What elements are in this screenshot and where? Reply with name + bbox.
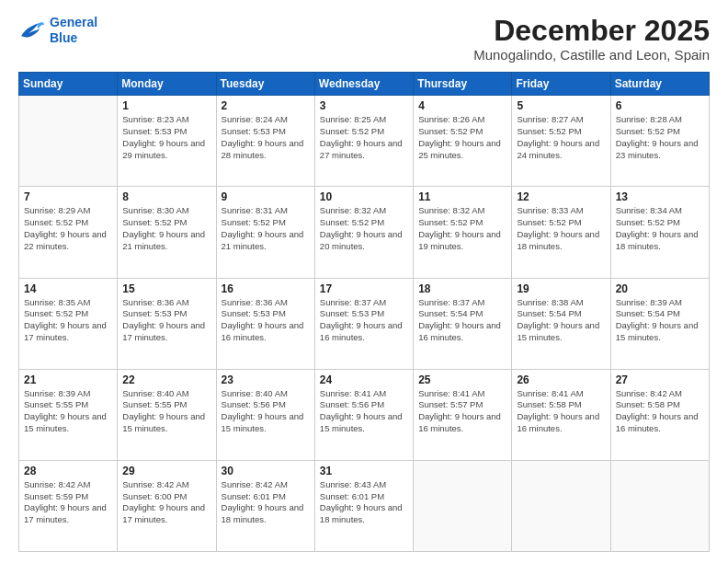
day-number: 2 xyxy=(222,99,310,112)
table-row: 24 Sunrise: 8:41 AMSunset: 5:56 PMDaylig… xyxy=(314,369,413,460)
logo-line2: Blue xyxy=(50,30,77,45)
table-row: 28 Sunrise: 8:42 AMSunset: 5:59 PMDaylig… xyxy=(19,460,118,551)
col-tuesday: Tuesday xyxy=(216,73,314,96)
table-row: 26 Sunrise: 8:41 AMSunset: 5:58 PMDaylig… xyxy=(512,369,610,460)
table-row: 1 Sunrise: 8:23 AMSunset: 5:53 PMDayligh… xyxy=(118,96,216,187)
day-info: Sunrise: 8:39 AMSunset: 5:55 PMDaylight:… xyxy=(24,388,112,435)
logo-text: General Blue xyxy=(50,15,97,46)
table-row: 7 Sunrise: 8:29 AMSunset: 5:52 PMDayligh… xyxy=(19,187,118,278)
table-row: 19 Sunrise: 8:38 AMSunset: 5:54 PMDaylig… xyxy=(512,278,610,369)
day-info: Sunrise: 8:32 AMSunset: 5:52 PMDaylight:… xyxy=(320,205,408,252)
day-info: Sunrise: 8:37 AMSunset: 5:53 PMDaylight:… xyxy=(320,297,408,344)
day-info: Sunrise: 8:37 AMSunset: 5:54 PMDaylight:… xyxy=(418,297,506,344)
day-number: 9 xyxy=(222,190,310,203)
calendar-table: Sunday Monday Tuesday Wednesday Thursday… xyxy=(18,72,710,552)
col-sunday: Sunday xyxy=(19,73,118,96)
day-info: Sunrise: 8:41 AMSunset: 5:56 PMDaylight:… xyxy=(320,388,408,435)
table-row: 4 Sunrise: 8:26 AMSunset: 5:52 PMDayligh… xyxy=(414,96,512,187)
day-info: Sunrise: 8:23 AMSunset: 5:53 PMDaylight:… xyxy=(122,114,210,161)
day-number: 13 xyxy=(616,190,704,203)
logo-line1: General xyxy=(50,15,97,29)
col-thursday: Thursday xyxy=(414,73,512,96)
calendar-row: 28 Sunrise: 8:42 AMSunset: 5:59 PMDaylig… xyxy=(19,460,710,551)
day-info: Sunrise: 8:39 AMSunset: 5:54 PMDaylight:… xyxy=(616,297,704,344)
day-number: 6 xyxy=(616,99,704,112)
title-block: December 2025 Munogalindo, Castille and … xyxy=(473,15,710,63)
table-row: 14 Sunrise: 8:35 AMSunset: 5:52 PMDaylig… xyxy=(19,278,118,369)
day-info: Sunrise: 8:42 AMSunset: 6:00 PMDaylight:… xyxy=(122,479,210,526)
day-number: 4 xyxy=(418,99,506,112)
day-info: Sunrise: 8:29 AMSunset: 5:52 PMDaylight:… xyxy=(24,205,112,252)
day-info: Sunrise: 8:41 AMSunset: 5:57 PMDaylight:… xyxy=(418,388,506,435)
day-info: Sunrise: 8:40 AMSunset: 5:55 PMDaylight:… xyxy=(122,388,210,435)
table-row: 31 Sunrise: 8:43 AMSunset: 6:01 PMDaylig… xyxy=(314,460,413,551)
table-row: 13 Sunrise: 8:34 AMSunset: 5:52 PMDaylig… xyxy=(610,187,709,278)
table-row: 8 Sunrise: 8:30 AMSunset: 5:52 PMDayligh… xyxy=(118,187,216,278)
table-row: 27 Sunrise: 8:42 AMSunset: 5:58 PMDaylig… xyxy=(610,369,709,460)
location-title: Munogalindo, Castille and Leon, Spain xyxy=(473,47,710,63)
day-number: 11 xyxy=(418,190,506,203)
day-info: Sunrise: 8:40 AMSunset: 5:56 PMDaylight:… xyxy=(222,388,310,435)
col-saturday: Saturday xyxy=(610,73,709,96)
day-number: 8 xyxy=(122,190,210,203)
day-number: 31 xyxy=(320,465,408,477)
day-info: Sunrise: 8:30 AMSunset: 5:52 PMDaylight:… xyxy=(122,205,210,252)
day-number: 15 xyxy=(122,282,210,295)
day-info: Sunrise: 8:33 AMSunset: 5:52 PMDaylight:… xyxy=(517,205,605,252)
day-number: 23 xyxy=(222,373,310,386)
table-row: 10 Sunrise: 8:32 AMSunset: 5:52 PMDaylig… xyxy=(314,187,413,278)
table-row: 3 Sunrise: 8:25 AMSunset: 5:52 PMDayligh… xyxy=(314,96,413,187)
table-row: 23 Sunrise: 8:40 AMSunset: 5:56 PMDaylig… xyxy=(216,369,314,460)
day-number: 29 xyxy=(122,465,210,477)
table-row: 5 Sunrise: 8:27 AMSunset: 5:52 PMDayligh… xyxy=(512,96,610,187)
day-number: 22 xyxy=(122,373,210,386)
table-row: 29 Sunrise: 8:42 AMSunset: 6:00 PMDaylig… xyxy=(118,460,216,551)
day-number: 26 xyxy=(517,373,605,386)
day-info: Sunrise: 8:38 AMSunset: 5:54 PMDaylight:… xyxy=(517,297,605,344)
day-info: Sunrise: 8:32 AMSunset: 5:52 PMDaylight:… xyxy=(418,205,506,252)
page: General Blue December 2025 Munogalindo, … xyxy=(0,0,728,563)
table-row: 21 Sunrise: 8:39 AMSunset: 5:55 PMDaylig… xyxy=(19,369,118,460)
day-info: Sunrise: 8:26 AMSunset: 5:52 PMDaylight:… xyxy=(418,114,506,161)
day-number: 16 xyxy=(222,282,310,295)
day-number: 17 xyxy=(320,282,408,295)
table-row: 30 Sunrise: 8:42 AMSunset: 6:01 PMDaylig… xyxy=(216,460,314,551)
day-number: 27 xyxy=(616,373,704,386)
day-info: Sunrise: 8:36 AMSunset: 5:53 PMDaylight:… xyxy=(222,297,310,344)
table-row: 11 Sunrise: 8:32 AMSunset: 5:52 PMDaylig… xyxy=(414,187,512,278)
day-number: 5 xyxy=(517,99,605,112)
day-number: 21 xyxy=(24,373,112,386)
day-info: Sunrise: 8:42 AMSunset: 6:01 PMDaylight:… xyxy=(222,479,310,526)
table-row: 25 Sunrise: 8:41 AMSunset: 5:57 PMDaylig… xyxy=(414,369,512,460)
day-info: Sunrise: 8:43 AMSunset: 6:01 PMDaylight:… xyxy=(320,479,408,526)
day-info: Sunrise: 8:42 AMSunset: 5:58 PMDaylight:… xyxy=(616,388,704,435)
day-number: 24 xyxy=(320,373,408,386)
table-row: 2 Sunrise: 8:24 AMSunset: 5:53 PMDayligh… xyxy=(216,96,314,187)
day-number: 18 xyxy=(418,282,506,295)
day-info: Sunrise: 8:34 AMSunset: 5:52 PMDaylight:… xyxy=(616,205,704,252)
day-number: 14 xyxy=(24,282,112,295)
table-row: 22 Sunrise: 8:40 AMSunset: 5:55 PMDaylig… xyxy=(118,369,216,460)
table-row xyxy=(19,96,118,187)
col-monday: Monday xyxy=(118,73,216,96)
col-wednesday: Wednesday xyxy=(314,73,413,96)
table-row: 6 Sunrise: 8:28 AMSunset: 5:52 PMDayligh… xyxy=(610,96,709,187)
logo-icon xyxy=(18,20,44,40)
table-row xyxy=(610,460,709,551)
table-row xyxy=(414,460,512,551)
table-row: 18 Sunrise: 8:37 AMSunset: 5:54 PMDaylig… xyxy=(414,278,512,369)
day-number: 25 xyxy=(418,373,506,386)
day-info: Sunrise: 8:36 AMSunset: 5:53 PMDaylight:… xyxy=(122,297,210,344)
day-info: Sunrise: 8:41 AMSunset: 5:58 PMDaylight:… xyxy=(517,388,605,435)
day-number: 3 xyxy=(320,99,408,112)
day-number: 30 xyxy=(222,465,310,477)
day-info: Sunrise: 8:35 AMSunset: 5:52 PMDaylight:… xyxy=(24,297,112,344)
table-row: 20 Sunrise: 8:39 AMSunset: 5:54 PMDaylig… xyxy=(610,278,709,369)
day-info: Sunrise: 8:31 AMSunset: 5:52 PMDaylight:… xyxy=(222,205,310,252)
calendar-header-row: Sunday Monday Tuesday Wednesday Thursday… xyxy=(19,73,710,96)
day-number: 1 xyxy=(122,99,210,112)
day-info: Sunrise: 8:42 AMSunset: 5:59 PMDaylight:… xyxy=(24,479,112,526)
table-row: 12 Sunrise: 8:33 AMSunset: 5:52 PMDaylig… xyxy=(512,187,610,278)
table-row: 16 Sunrise: 8:36 AMSunset: 5:53 PMDaylig… xyxy=(216,278,314,369)
day-info: Sunrise: 8:24 AMSunset: 5:53 PMDaylight:… xyxy=(222,114,310,161)
